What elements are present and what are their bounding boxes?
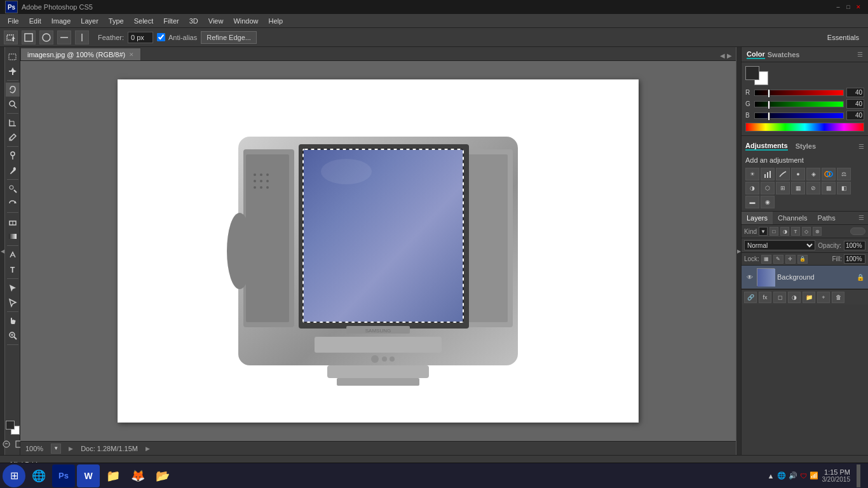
layers-panel-menu[interactable]: ☰ [855, 212, 868, 224]
brush-tool[interactable] [6, 163, 20, 177]
menu-select[interactable]: Select [129, 16, 159, 26]
path-selection-tool[interactable] [6, 281, 20, 295]
layers-tab[interactable]: Layers [742, 212, 773, 224]
history-brush[interactable] [6, 196, 20, 210]
exposure-adj[interactable]: ● [791, 168, 805, 180]
layers-filter-toggle[interactable] [850, 227, 865, 235]
filter-pixel-btn[interactable]: □ [770, 227, 778, 236]
selection-tool-options[interactable] [4, 30, 18, 44]
ellipse-marquee-btn[interactable] [39, 30, 53, 44]
layer-item-background[interactable]: 👁 Background 🔒 [742, 266, 868, 289]
zoom-tool[interactable] [6, 329, 20, 342]
fg-bg-preview[interactable] [745, 66, 768, 85]
left-collapse-handle[interactable]: ◀ [0, 47, 5, 455]
layer-visibility-toggle[interactable]: 👁 [745, 273, 754, 281]
paths-tab[interactable]: Paths [813, 212, 841, 224]
r-value-input[interactable] [846, 88, 864, 97]
crop-tool[interactable] [6, 116, 20, 130]
single-row-marquee-btn[interactable] [57, 30, 71, 44]
text-tool[interactable]: T [6, 262, 20, 276]
link-layers-btn[interactable]: 🔗 [744, 292, 757, 303]
color-balance-adj[interactable]: ⚖ [837, 168, 851, 180]
adjustments-tab[interactable]: Adjustments [745, 142, 788, 151]
menu-window[interactable]: Window [228, 16, 263, 26]
menu-help[interactable]: Help [264, 16, 288, 26]
lock-all-btn[interactable]: 🔒 [797, 255, 808, 264]
menu-layer[interactable]: Layer [76, 16, 104, 26]
move-tool[interactable] [6, 64, 20, 78]
lasso-tool[interactable] [6, 83, 20, 97]
new-adjustment-layer-btn[interactable]: ◑ [788, 292, 801, 303]
rectangular-marquee-tool[interactable] [6, 50, 20, 64]
filter-adjustment-btn[interactable]: ◑ [780, 227, 789, 236]
tray-show-hidden[interactable]: ▲ [768, 472, 775, 480]
lock-image-btn[interactable]: ✎ [773, 255, 783, 264]
filter-smart-btn[interactable]: ⊛ [813, 227, 822, 236]
eyedropper-tool[interactable] [6, 130, 20, 144]
document-tab[interactable]: imagesn.jpg @ 100% (RGB/8#) ✕ [20, 48, 141, 60]
taskbar-app-files[interactable]: 📂 [151, 464, 174, 487]
eraser-tool[interactable] [6, 215, 20, 229]
refine-edge-button[interactable]: Refine Edge... [201, 31, 257, 44]
channel-mixer-adj[interactable]: ⊞ [776, 182, 790, 194]
minimize-button[interactable]: – [834, 3, 843, 11]
foreground-background-swatches[interactable] [6, 421, 20, 435]
color-tab[interactable]: Color [747, 50, 765, 59]
taskbar-app-firefox[interactable]: 🦊 [126, 464, 149, 487]
new-group-btn[interactable]: 📁 [803, 292, 815, 303]
doc-info-arrow[interactable]: ▶ [146, 445, 150, 452]
levels-adj[interactable] [761, 168, 775, 180]
b-thumb[interactable] [768, 112, 770, 121]
maximize-button[interactable]: □ [844, 3, 853, 11]
add-layer-style-btn[interactable]: fx [759, 292, 771, 303]
brightness-contrast-adj[interactable]: ☀ [745, 168, 759, 180]
posterize-adj[interactable]: ▩ [822, 182, 836, 194]
quick-selection-tool[interactable] [6, 97, 20, 111]
menu-filter[interactable]: Filter [158, 16, 184, 26]
g-thumb[interactable] [768, 100, 770, 109]
tab-close-button[interactable]: ✕ [129, 51, 134, 58]
hand-tool[interactable] [6, 314, 20, 328]
taskbar-app-ie[interactable]: 🌐 [27, 464, 50, 487]
bw-adj[interactable]: ◑ [745, 182, 759, 194]
vibrance-adj[interactable]: ◈ [806, 168, 820, 180]
spot-healing-brush[interactable] [6, 149, 20, 163]
g-value-input[interactable] [846, 99, 864, 109]
rect-marquee-btn[interactable] [22, 30, 36, 44]
close-button[interactable]: ✕ [854, 3, 863, 11]
tray-signal[interactable]: 📶 [810, 471, 818, 480]
channels-tab[interactable]: Channels [773, 212, 812, 224]
gradient-tool[interactable] [6, 229, 20, 243]
color-lookup-adj[interactable]: ▦ [791, 182, 805, 194]
color-panel-menu[interactable]: ☰ [857, 51, 863, 58]
threshold-adj[interactable]: ◧ [837, 182, 851, 194]
color-spectrum-bar[interactable] [745, 123, 864, 132]
right-collapse-handle[interactable]: ▶ [736, 47, 741, 455]
lock-position-btn[interactable]: ✛ [785, 255, 796, 264]
taskbar-app-explorer[interactable]: 📁 [102, 464, 125, 487]
taskbar-app-photoshop[interactable]: Ps [52, 464, 75, 487]
canvas-document[interactable]: SAMSUNG [118, 79, 639, 423]
antialias-checkbox[interactable] [157, 33, 165, 41]
menu-3d[interactable]: 3D [184, 16, 203, 26]
fg-color-preview[interactable] [745, 66, 759, 80]
tray-clock[interactable]: 1:15 PM 3/20/2015 [822, 468, 851, 483]
curves-adj[interactable] [776, 168, 790, 180]
tray-network[interactable]: 🌐 [777, 471, 786, 480]
b-value-input[interactable] [846, 111, 864, 120]
filter-type-btn[interactable]: T [791, 227, 800, 236]
start-button[interactable]: ⊞ [3, 464, 25, 487]
clone-stamp-tool[interactable] [6, 182, 20, 196]
menu-image[interactable]: Image [46, 16, 76, 26]
lock-transparent-btn[interactable]: ▦ [761, 255, 771, 264]
menu-file[interactable]: File [3, 16, 24, 26]
g-slider[interactable] [754, 101, 844, 107]
menu-type[interactable]: Type [104, 16, 129, 26]
zoom-options-btn[interactable]: ▼ [51, 444, 61, 454]
status-arrow[interactable]: ▶ [69, 445, 73, 452]
tray-volume[interactable]: 🔊 [789, 471, 797, 480]
r-slider[interactable] [754, 90, 844, 96]
fill-input[interactable] [844, 254, 865, 264]
quick-mask-btn[interactable] [1, 438, 12, 450]
hue-saturation-adj[interactable] [822, 168, 836, 180]
